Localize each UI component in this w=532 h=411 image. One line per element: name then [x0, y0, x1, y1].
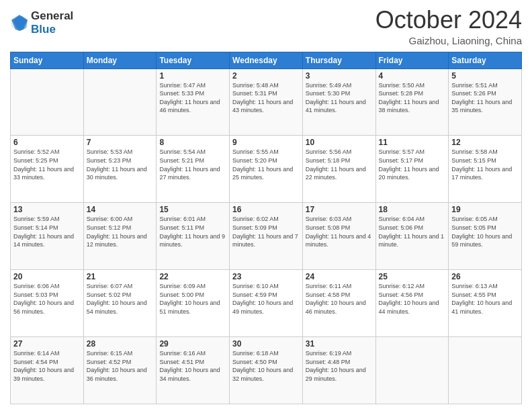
day-number: 17 — [306, 205, 373, 214]
calendar-cell: 23Sunrise: 6:10 AMSunset: 4:59 PMDayligh… — [230, 270, 303, 337]
day-number: 19 — [451, 205, 519, 214]
calendar-cell — [83, 68, 157, 136]
header: General Blue October 2024 Gaizhou, Liaon… — [10, 7, 522, 46]
day-info: Sunrise: 5:51 AMSunset: 5:26 PMDaylight:… — [451, 81, 519, 115]
day-number: 10 — [306, 138, 373, 147]
calendar-week-row: 6Sunrise: 5:52 AMSunset: 5:25 PMDaylight… — [11, 136, 522, 203]
calendar-cell: 13Sunrise: 5:59 AMSunset: 5:14 PMDayligh… — [11, 203, 84, 270]
day-number: 5 — [451, 71, 519, 81]
calendar-cell: 15Sunrise: 6:01 AMSunset: 5:11 PMDayligh… — [157, 203, 230, 270]
calendar-cell: 12Sunrise: 5:58 AMSunset: 5:15 PMDayligh… — [449, 136, 522, 203]
calendar-cell: 20Sunrise: 6:06 AMSunset: 5:03 PMDayligh… — [11, 270, 84, 337]
calendar-week-row: 27Sunrise: 6:14 AMSunset: 4:54 PMDayligh… — [11, 337, 522, 404]
weekday-header-wednesday: Wednesday — [230, 52, 303, 68]
day-info: Sunrise: 6:19 AMSunset: 4:48 PMDaylight:… — [306, 349, 373, 383]
day-number: 7 — [87, 138, 154, 147]
calendar-cell: 24Sunrise: 6:11 AMSunset: 4:58 PMDayligh… — [302, 270, 375, 337]
logo-general: General — [31, 9, 73, 23]
calendar-cell: 3Sunrise: 5:49 AMSunset: 5:30 PMDaylight… — [302, 68, 375, 136]
calendar-cell: 30Sunrise: 6:18 AMSunset: 4:50 PMDayligh… — [230, 337, 303, 404]
day-info: Sunrise: 5:56 AMSunset: 5:18 PMDaylight:… — [306, 148, 373, 181]
day-info: Sunrise: 6:18 AMSunset: 4:50 PMDaylight:… — [232, 349, 300, 383]
day-info: Sunrise: 5:49 AMSunset: 5:30 PMDaylight:… — [306, 81, 373, 115]
day-info: Sunrise: 6:10 AMSunset: 4:59 PMDaylight:… — [232, 282, 300, 316]
day-info: Sunrise: 5:59 AMSunset: 5:14 PMDaylight:… — [13, 215, 81, 248]
day-info: Sunrise: 5:55 AMSunset: 5:20 PMDaylight:… — [232, 148, 300, 181]
calendar-cell: 7Sunrise: 5:53 AMSunset: 5:23 PMDaylight… — [83, 136, 157, 203]
day-info: Sunrise: 5:50 AMSunset: 5:28 PMDaylight:… — [379, 81, 446, 115]
calendar-week-row: 13Sunrise: 5:59 AMSunset: 5:14 PMDayligh… — [11, 203, 522, 270]
weekday-header-thursday: Thursday — [302, 52, 375, 68]
day-info: Sunrise: 6:06 AMSunset: 5:03 PMDaylight:… — [13, 282, 81, 316]
day-number: 25 — [379, 272, 446, 281]
calendar-cell: 27Sunrise: 6:14 AMSunset: 4:54 PMDayligh… — [11, 337, 84, 404]
day-info: Sunrise: 6:14 AMSunset: 4:54 PMDaylight:… — [13, 349, 81, 383]
calendar-cell: 29Sunrise: 6:16 AMSunset: 4:51 PMDayligh… — [157, 337, 230, 404]
day-info: Sunrise: 6:15 AMSunset: 4:52 PMDaylight:… — [87, 349, 154, 383]
calendar-cell: 14Sunrise: 6:00 AMSunset: 5:12 PMDayligh… — [83, 203, 157, 270]
day-info: Sunrise: 6:00 AMSunset: 5:12 PMDaylight:… — [87, 215, 154, 248]
location: Gaizhou, Liaoning, China — [375, 35, 522, 46]
day-number: 27 — [13, 339, 81, 349]
logo-text: General Blue — [31, 9, 73, 36]
calendar-cell: 1Sunrise: 5:47 AMSunset: 5:33 PMDaylight… — [157, 68, 230, 136]
day-number: 6 — [13, 138, 81, 147]
page: General Blue October 2024 Gaizhou, Liaon… — [0, 0, 532, 411]
calendar-cell: 18Sunrise: 6:04 AMSunset: 5:06 PMDayligh… — [375, 203, 449, 270]
day-number: 23 — [232, 272, 300, 281]
calendar-cell: 9Sunrise: 5:55 AMSunset: 5:20 PMDaylight… — [230, 136, 303, 203]
calendar-cell: 5Sunrise: 5:51 AMSunset: 5:26 PMDaylight… — [449, 68, 522, 136]
day-info: Sunrise: 6:12 AMSunset: 4:56 PMDaylight:… — [379, 282, 446, 316]
day-number: 21 — [87, 272, 154, 281]
logo-blue: Blue — [31, 23, 73, 36]
day-number: 12 — [451, 138, 519, 147]
day-info: Sunrise: 5:48 AMSunset: 5:31 PMDaylight:… — [232, 81, 300, 115]
day-info: Sunrise: 5:52 AMSunset: 5:25 PMDaylight:… — [13, 148, 81, 181]
month-title: October 2024 — [375, 7, 522, 34]
day-info: Sunrise: 6:13 AMSunset: 4:55 PMDaylight:… — [451, 282, 519, 316]
day-number: 2 — [232, 71, 300, 81]
day-info: Sunrise: 5:58 AMSunset: 5:15 PMDaylight:… — [451, 148, 519, 181]
title-section: October 2024 Gaizhou, Liaoning, China — [375, 7, 522, 46]
day-number: 8 — [159, 138, 226, 147]
calendar-cell — [375, 337, 449, 404]
day-number: 24 — [306, 272, 373, 281]
weekday-header-row: SundayMondayTuesdayWednesdayThursdayFrid… — [11, 52, 522, 68]
day-number: 29 — [159, 339, 226, 349]
day-number: 20 — [13, 272, 81, 281]
weekday-header-tuesday: Tuesday — [157, 52, 230, 68]
day-info: Sunrise: 5:57 AMSunset: 5:17 PMDaylight:… — [379, 148, 446, 181]
calendar-cell: 28Sunrise: 6:15 AMSunset: 4:52 PMDayligh… — [83, 337, 157, 404]
day-info: Sunrise: 6:09 AMSunset: 5:00 PMDaylight:… — [159, 282, 226, 316]
day-info: Sunrise: 6:16 AMSunset: 4:51 PMDaylight:… — [159, 349, 226, 383]
day-number: 30 — [232, 339, 300, 349]
day-info: Sunrise: 5:54 AMSunset: 5:21 PMDaylight:… — [159, 148, 226, 181]
day-number: 13 — [13, 205, 81, 214]
logo-icon — [10, 13, 29, 32]
day-number: 1 — [159, 71, 226, 81]
calendar-cell: 22Sunrise: 6:09 AMSunset: 5:00 PMDayligh… — [157, 270, 230, 337]
calendar-cell: 21Sunrise: 6:07 AMSunset: 5:02 PMDayligh… — [83, 270, 157, 337]
day-info: Sunrise: 6:05 AMSunset: 5:05 PMDaylight:… — [451, 215, 519, 248]
calendar-table: SundayMondayTuesdayWednesdayThursdayFrid… — [10, 52, 522, 404]
day-info: Sunrise: 5:53 AMSunset: 5:23 PMDaylight:… — [87, 148, 154, 181]
calendar-cell: 31Sunrise: 6:19 AMSunset: 4:48 PMDayligh… — [302, 337, 375, 404]
weekday-header-monday: Monday — [83, 52, 157, 68]
day-info: Sunrise: 6:01 AMSunset: 5:11 PMDaylight:… — [159, 215, 226, 248]
calendar-cell: 25Sunrise: 6:12 AMSunset: 4:56 PMDayligh… — [375, 270, 449, 337]
calendar-cell: 10Sunrise: 5:56 AMSunset: 5:18 PMDayligh… — [302, 136, 375, 203]
day-info: Sunrise: 6:07 AMSunset: 5:02 PMDaylight:… — [87, 282, 154, 316]
day-number: 31 — [306, 339, 373, 349]
day-number: 18 — [379, 205, 446, 214]
calendar-week-row: 1Sunrise: 5:47 AMSunset: 5:33 PMDaylight… — [11, 68, 522, 136]
day-info: Sunrise: 6:02 AMSunset: 5:09 PMDaylight:… — [232, 215, 300, 248]
day-info: Sunrise: 6:04 AMSunset: 5:06 PMDaylight:… — [379, 215, 446, 248]
weekday-header-sunday: Sunday — [11, 52, 84, 68]
day-info: Sunrise: 6:11 AMSunset: 4:58 PMDaylight:… — [306, 282, 373, 316]
logo: General Blue — [10, 9, 73, 36]
day-info: Sunrise: 5:47 AMSunset: 5:33 PMDaylight:… — [159, 81, 226, 115]
day-info: Sunrise: 6:03 AMSunset: 5:08 PMDaylight:… — [306, 215, 373, 248]
day-number: 14 — [87, 205, 154, 214]
calendar-cell: 8Sunrise: 5:54 AMSunset: 5:21 PMDaylight… — [157, 136, 230, 203]
calendar-cell: 2Sunrise: 5:48 AMSunset: 5:31 PMDaylight… — [230, 68, 303, 136]
